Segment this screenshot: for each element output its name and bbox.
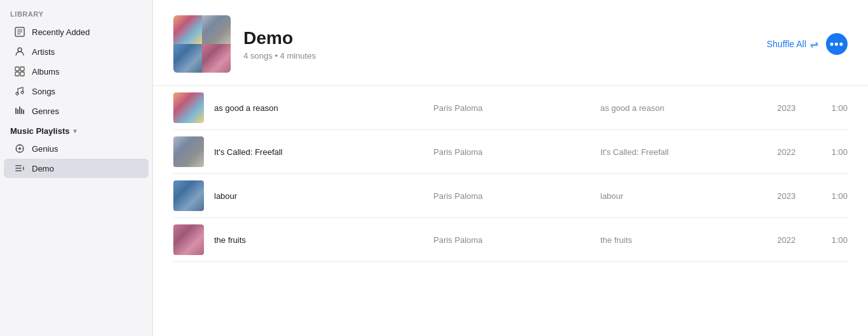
sidebar-item-artists[interactable]: Artists [4, 42, 148, 61]
sidebar: Library Recently Added Artists Albums So… [0, 0, 153, 336]
song-album: labour [600, 191, 757, 201]
sidebar-item-demo[interactable]: Demo [4, 159, 148, 178]
playlist-info: Demo 4 songs • 4 minutes [243, 28, 754, 61]
genius-icon [14, 143, 25, 154]
sidebar-item-albums[interactable]: Albums [4, 62, 148, 81]
svg-rect-12 [17, 109, 18, 114]
song-album: as good a reason [600, 103, 757, 113]
playlist-title: Demo [243, 28, 754, 48]
svg-rect-13 [19, 106, 20, 114]
svg-point-4 [18, 48, 22, 52]
main-content: Demo 4 songs • 4 minutes Shuffle All ⇌ •… [153, 0, 868, 336]
song-artist: Paris Paloma [433, 235, 590, 245]
song-duration: 1:00 [816, 103, 848, 113]
more-options-button[interactable]: ••• [826, 33, 848, 55]
song-year: 2023 [767, 191, 806, 201]
svg-rect-22 [15, 165, 22, 166]
song-artist: Paris Paloma [433, 103, 590, 113]
song-name: It's Called: Freefall [214, 147, 423, 157]
song-name: as good a reason [214, 103, 423, 113]
playlist-meta: 4 songs • 4 minutes [243, 51, 754, 61]
sidebar-item-label-demo: Demo [32, 164, 54, 173]
svg-rect-14 [21, 108, 22, 114]
shuffle-icon: ⇌ [810, 38, 818, 50]
song-duration: 1:00 [816, 147, 848, 157]
song-album: It's Called: Freefall [600, 147, 757, 157]
chevron-down-icon: ▾ [73, 128, 76, 135]
song-artist: Paris Paloma [433, 191, 590, 201]
svg-rect-15 [23, 110, 24, 114]
song-thumbnail [173, 224, 204, 255]
song-list: as good a reason Paris Paloma as good a … [153, 86, 868, 336]
playlist-header: Demo 4 songs • 4 minutes Shuffle All ⇌ •… [153, 0, 868, 86]
song-name: the fruits [214, 235, 423, 245]
recently-added-icon [14, 26, 25, 38]
demo-playlist-icon [14, 163, 25, 174]
song-name: labour [214, 191, 423, 201]
sidebar-item-genres[interactable]: Genres [4, 101, 148, 121]
cover-cell-2 [202, 15, 231, 44]
songs-icon [14, 85, 25, 97]
svg-rect-5 [15, 67, 19, 71]
cover-cell-4 [202, 44, 231, 73]
svg-rect-7 [15, 72, 19, 76]
song-album: the fruits [600, 235, 757, 245]
library-section-label: Library [0, 8, 152, 22]
svg-rect-24 [15, 170, 22, 172]
sidebar-item-label-artists: Artists [32, 47, 55, 57]
song-row[interactable]: the fruits Paris Paloma the fruits 2022 … [173, 218, 848, 262]
svg-rect-11 [15, 108, 17, 114]
sidebar-item-label-songs: Songs [32, 87, 55, 96]
artists-icon [14, 46, 25, 57]
genres-icon [14, 105, 25, 117]
song-year: 2023 [767, 103, 806, 113]
sidebar-item-label-albums: Albums [32, 67, 59, 77]
playlist-actions: Shuffle All ⇌ ••• [767, 33, 848, 55]
cover-cell-3 [173, 44, 202, 73]
music-playlists-label: Music Playlists [10, 126, 69, 136]
albums-icon [14, 66, 25, 77]
svg-point-10 [21, 91, 24, 94]
svg-marker-25 [23, 166, 24, 171]
svg-rect-6 [20, 67, 24, 71]
song-thumbnail [173, 180, 204, 211]
song-duration: 1:00 [816, 191, 848, 201]
playlist-cover [173, 15, 231, 73]
song-row[interactable]: as good a reason Paris Paloma as good a … [173, 86, 848, 130]
song-year: 2022 [767, 235, 806, 245]
svg-rect-23 [15, 168, 22, 169]
sidebar-item-recently-added[interactable]: Recently Added [4, 22, 148, 41]
song-artist: Paris Paloma [433, 147, 590, 157]
music-playlists-section[interactable]: Music Playlists ▾ [0, 121, 152, 138]
sidebar-item-label-recently-added: Recently Added [32, 27, 90, 37]
song-duration: 1:00 [816, 235, 848, 245]
svg-point-17 [18, 147, 21, 150]
song-row[interactable]: It's Called: Freefall Paris Paloma It's … [173, 130, 848, 174]
song-year: 2022 [767, 147, 806, 157]
cover-cell-1 [173, 15, 202, 44]
shuffle-button-label: Shuffle All [767, 39, 806, 49]
song-thumbnail [173, 92, 204, 123]
sidebar-item-songs[interactable]: Songs [4, 82, 148, 101]
sidebar-item-label-genres: Genres [32, 106, 59, 116]
sidebar-item-genius[interactable]: Genius [4, 139, 148, 158]
sidebar-item-label-genius: Genius [32, 144, 58, 154]
svg-rect-8 [20, 72, 24, 76]
shuffle-all-button[interactable]: Shuffle All ⇌ [767, 38, 818, 50]
song-thumbnail [173, 136, 204, 167]
song-row[interactable]: labour Paris Paloma labour 2023 1:00 [173, 174, 848, 218]
svg-point-9 [16, 92, 18, 95]
